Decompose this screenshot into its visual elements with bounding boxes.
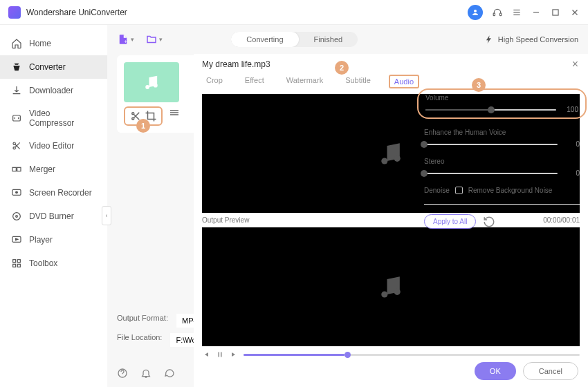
svg-point-11 <box>13 142 15 144</box>
enhance-value: 0 <box>563 140 580 148</box>
high-speed-toggle[interactable]: High Speed Conversion <box>484 35 578 44</box>
output-preview-label: Output Preview <box>202 216 249 224</box>
sidebar-item-label: Video Compressor <box>29 108 96 128</box>
sidebar-item-compressor[interactable]: Video Compressor <box>0 102 107 134</box>
remove-bg-checkbox[interactable] <box>455 187 463 194</box>
svg-point-35 <box>381 291 387 297</box>
svg-rect-37 <box>219 352 220 357</box>
feedback-icon[interactable] <box>164 368 175 379</box>
add-file-button[interactable]: +▾ <box>117 33 134 46</box>
stereo-label: Stereo <box>424 158 580 165</box>
collapse-sidebar-button[interactable]: ‹ <box>102 206 111 225</box>
stereo-control: Stereo 0 <box>424 158 580 177</box>
sidebar-item-downloader[interactable]: Downloader <box>0 79 107 102</box>
svg-rect-13 <box>12 167 16 171</box>
sidebar-item-label: Converter <box>29 62 66 72</box>
tab-watermark[interactable]: Watermark <box>282 75 327 88</box>
sidebar-item-home[interactable]: Home <box>0 32 107 55</box>
sidebar: Home Converter Downloader Video Compress… <box>0 25 107 387</box>
cancel-button[interactable]: Cancel <box>523 362 578 380</box>
pause-button[interactable] <box>216 350 224 359</box>
bell-icon[interactable] <box>140 368 151 379</box>
stereo-slider[interactable] <box>424 173 558 174</box>
svg-point-18 <box>16 216 18 218</box>
titlebar: Wondershare UniConverter <box>0 0 588 25</box>
volume-value: 100 <box>562 106 578 113</box>
svg-rect-23 <box>17 264 20 267</box>
high-speed-label: High Speed Conversion <box>498 35 578 44</box>
svg-rect-10 <box>13 115 21 121</box>
add-folder-button[interactable]: ▾ <box>145 33 163 46</box>
preview-output <box>202 227 580 346</box>
tab-effect[interactable]: Effect <box>241 75 268 88</box>
segment-finished[interactable]: Finished <box>299 32 358 47</box>
svg-point-25 <box>145 85 149 89</box>
maximize-icon[interactable] <box>551 8 560 17</box>
svg-point-27 <box>132 113 134 115</box>
svg-rect-21 <box>17 260 20 263</box>
menu-icon[interactable] <box>512 8 522 17</box>
callout-3: 3 <box>472 78 486 92</box>
remove-bg-label: Remove Background Noise <box>468 187 553 194</box>
svg-point-33 <box>381 158 387 164</box>
app-logo <box>8 6 21 19</box>
file-name: My dream life.mp3 <box>194 54 588 72</box>
enhance-slider[interactable] <box>424 144 558 145</box>
app-title: Wondershare UniConverter <box>26 8 468 17</box>
next-button[interactable] <box>230 350 238 359</box>
progress-bar[interactable] <box>244 354 580 356</box>
sidebar-item-label: Player <box>29 235 53 245</box>
sidebar-item-label: Video Editor <box>29 141 74 151</box>
callout-1: 1 <box>136 119 150 133</box>
status-segment: Converting Finished <box>231 32 358 47</box>
file-location-label: File Location: <box>117 333 162 347</box>
prev-button[interactable] <box>202 350 210 359</box>
sidebar-item-recorder[interactable]: Screen Recorder <box>0 181 107 205</box>
sidebar-item-label: DVD Burner <box>29 211 74 221</box>
sidebar-item-label: Home <box>29 39 51 48</box>
tab-crop[interactable]: Crop <box>202 75 227 88</box>
svg-rect-1 <box>493 13 495 16</box>
sidebar-item-converter[interactable]: Converter <box>0 55 107 79</box>
svg-point-16 <box>16 191 18 194</box>
editor-close-button[interactable]: × <box>572 58 578 70</box>
help-icon[interactable] <box>117 368 128 379</box>
ok-button[interactable]: OK <box>475 362 516 380</box>
reset-button[interactable] <box>483 216 495 228</box>
tab-subtitle[interactable]: Subtitle <box>341 75 375 88</box>
svg-point-28 <box>132 117 134 120</box>
svg-rect-38 <box>221 352 222 357</box>
svg-point-0 <box>474 10 477 12</box>
svg-point-34 <box>394 155 401 162</box>
tab-audio[interactable]: Audio <box>389 75 419 88</box>
sidebar-item-player[interactable]: Player <box>0 228 107 252</box>
apply-all-button[interactable]: Apply to All <box>424 214 476 229</box>
sidebar-item-merger[interactable]: Merger <box>0 158 107 181</box>
minimize-icon[interactable] <box>531 8 541 17</box>
svg-rect-22 <box>13 264 16 267</box>
svg-text:+: + <box>125 39 128 45</box>
sidebar-item-toolbox[interactable]: Toolbox <box>0 252 107 275</box>
svg-rect-14 <box>17 167 21 171</box>
sidebar-item-editor[interactable]: Video Editor <box>0 134 107 158</box>
close-icon[interactable] <box>570 8 580 17</box>
svg-point-17 <box>13 213 21 220</box>
enhance-label: Enhance the Human Voice <box>424 129 580 136</box>
sidebar-item-dvd[interactable]: DVD Burner <box>0 205 107 228</box>
volume-slider[interactable] <box>425 109 556 111</box>
file-thumbnail <box>124 62 179 102</box>
more-button[interactable] <box>168 106 181 119</box>
music-icon <box>376 138 406 169</box>
callout-2: 2 <box>335 61 349 75</box>
volume-control: Volume 100 <box>417 88 587 119</box>
sidebar-item-label: Merger <box>29 164 55 174</box>
svg-rect-7 <box>553 9 558 15</box>
svg-rect-2 <box>500 13 502 16</box>
transport-controls <box>194 346 588 363</box>
svg-point-36 <box>394 289 401 295</box>
segment-converting[interactable]: Converting <box>231 32 298 47</box>
sidebar-item-label: Screen Recorder <box>29 188 92 198</box>
headset-icon[interactable] <box>493 8 502 17</box>
svg-point-26 <box>154 84 158 88</box>
user-avatar[interactable] <box>468 5 483 20</box>
